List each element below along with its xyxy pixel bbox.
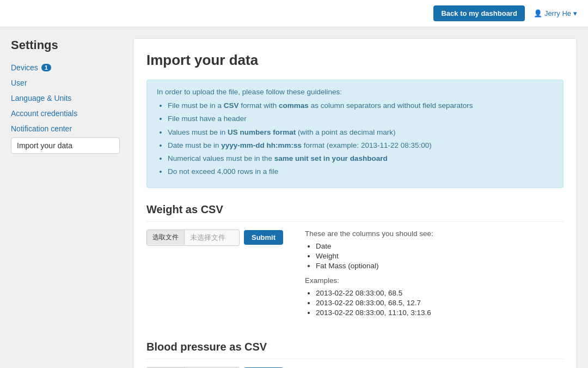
- weight-upload-row: 选取文件 未选择文件 Submit These are the columns …: [146, 230, 564, 323]
- sidebar-active-item: Import your data: [11, 137, 120, 154]
- info-rule-6: Do not exceed 4,000 rows in a file: [168, 166, 553, 177]
- sidebar-item-user[interactable]: User: [11, 76, 120, 89]
- weight-columns-info: These are the columns you should see: Da…: [305, 230, 564, 323]
- sidebar-item-import: Import your data: [11, 137, 120, 154]
- weight-submit-button[interactable]: Submit: [244, 230, 283, 245]
- blood-pressure-section-title: Blood pressure as CSV: [146, 341, 564, 359]
- content-area: Settings Devices 1 User Language & Units: [0, 27, 588, 368]
- sidebar-nav: Devices 1 User Language & Units: [11, 61, 120, 154]
- weight-file-name: 未选择文件: [185, 230, 239, 245]
- sidebar-item-account[interactable]: Account credentials: [11, 107, 120, 120]
- sidebar-link-devices[interactable]: Devices 1: [11, 61, 120, 74]
- info-box: In order to upload the file, please foll…: [146, 80, 564, 188]
- info-rule-5: Numerical values must be in the same uni…: [168, 153, 553, 164]
- sidebar-label-devices: Devices: [11, 63, 38, 72]
- weight-columns-label: These are the columns you should see:: [305, 230, 564, 238]
- list-item: Fat Mass (optional): [316, 262, 564, 270]
- sidebar-title: Settings: [11, 38, 120, 52]
- user-icon: 👤: [534, 9, 542, 17]
- chevron-down-icon: ▾: [573, 9, 577, 17]
- sidebar-label-notification: Notification center: [11, 124, 72, 133]
- sidebar-link-account[interactable]: Account credentials: [11, 107, 120, 120]
- user-name: Jerry He: [544, 9, 571, 17]
- sidebar-item-notification[interactable]: Notification center: [11, 122, 120, 135]
- sidebar-label-account: Account credentials: [11, 109, 77, 118]
- weight-form: 选取文件 未选择文件 Submit: [146, 230, 283, 246]
- sidebar-item-language[interactable]: Language & Units: [11, 92, 120, 105]
- sidebar-label-language: Language & Units: [11, 94, 71, 102]
- weight-section: Weight as CSV 选取文件 未选择文件 Submit These ar…: [146, 203, 564, 323]
- sidebar-item-devices[interactable]: Devices 1: [11, 61, 120, 74]
- user-menu[interactable]: 👤 Jerry He ▾: [534, 9, 577, 17]
- sidebar: Settings Devices 1 User Language & Units: [11, 38, 120, 368]
- weight-examples-list: 2013-02-22 08:33:00, 68.5 2013-02-22 08:…: [316, 289, 564, 317]
- back-to-dashboard-button[interactable]: Back to my dashboard: [433, 5, 524, 21]
- blood-pressure-section: Blood pressure as CSV 选取文件 未选择文件 Submit …: [146, 341, 564, 369]
- weight-section-title: Weight as CSV: [146, 203, 564, 222]
- weight-upload-form: 选取文件 未选择文件 Submit: [146, 230, 283, 246]
- list-item: 2013-02-22 08:33:00, 11:10, 3:13.6: [316, 309, 564, 317]
- sidebar-link-language[interactable]: Language & Units: [11, 92, 120, 105]
- info-rule-3: Values must be in US numbers format (wit…: [168, 127, 553, 138]
- weight-file-input-wrapper[interactable]: 选取文件 未选择文件: [146, 230, 240, 246]
- list-item: 2013-02-22 08:33:00, 68.5, 12.7: [316, 299, 564, 307]
- list-item: 2013-02-22 08:33:00, 68.5: [316, 289, 564, 297]
- weight-columns-list: Date Weight Fat Mass (optional): [316, 242, 564, 270]
- info-rule-1: File must be in a CSV format with commas…: [168, 100, 553, 111]
- info-rule-4: Date must be in yyyy-mm-dd hh:mm:ss form…: [168, 140, 553, 151]
- info-intro: In order to upload the file, please foll…: [157, 88, 553, 96]
- top-bar: Back to my dashboard 👤 Jerry He ▾: [0, 0, 588, 27]
- weight-examples-label: Examples:: [305, 276, 564, 285]
- sidebar-link-user[interactable]: User: [11, 76, 120, 89]
- weight-file-choose-button[interactable]: 选取文件: [147, 230, 185, 245]
- main-content: Import your data In order to upload the …: [133, 38, 577, 368]
- sidebar-link-notification[interactable]: Notification center: [11, 122, 120, 135]
- info-rule-2: File must have a header: [168, 113, 553, 124]
- sidebar-label-user: User: [11, 79, 27, 87]
- page-wrapper: Back to my dashboard 👤 Jerry He ▾ Settin…: [0, 0, 588, 368]
- info-rules-list: File must be in a CSV format with commas…: [168, 100, 553, 178]
- devices-badge: 1: [41, 64, 51, 71]
- list-item: Date: [316, 242, 564, 250]
- page-title: Import your data: [146, 52, 564, 69]
- list-item: Weight: [316, 252, 564, 260]
